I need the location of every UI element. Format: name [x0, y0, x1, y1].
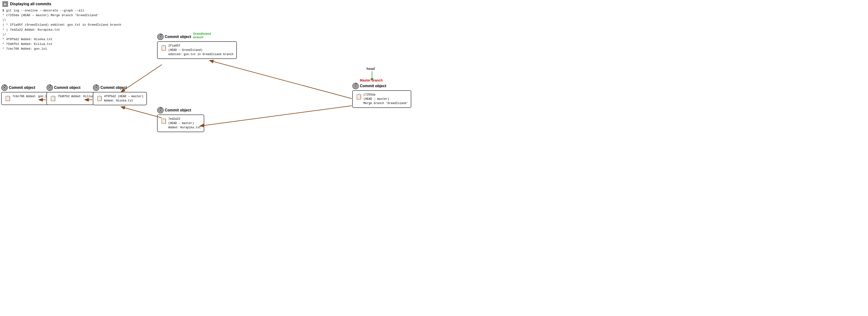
svg-point-7: [49, 87, 51, 89]
commit-hash-7ed2a22: 7ed2a22: [168, 117, 201, 121]
head-arrow-tip: [370, 78, 374, 81]
head-arrow-line: [372, 71, 372, 78]
svg-point-2: [4, 87, 5, 89]
commit-label-7ed2a22: Commit object: [157, 107, 191, 113]
clipboard-icon-7ed2a22: 📋: [160, 117, 167, 125]
terminal-line-3: * | 7ed2a22 Added: Kurapika.txt: [2, 28, 126, 32]
terminal-title: Displaying all commits: [10, 2, 51, 6]
target-icon-2f1a05f: [157, 34, 164, 40]
head-label: head: [367, 67, 375, 71]
clipboard-icon-2f1a05f: 📋: [160, 44, 167, 52]
terminal-icon: ▶: [2, 1, 8, 7]
terminal-body: $ git log --oneline --decorate --graph -…: [2, 8, 126, 51]
svg-point-27: [355, 85, 356, 87]
target-icon-c7255da: [352, 83, 359, 89]
svg-point-17: [160, 36, 161, 38]
commit-hash-c7255da: c7255da: [364, 93, 408, 97]
svg-point-22: [160, 109, 161, 111]
commit-ref-7ed2a22: (HEAD → master): [168, 121, 201, 126]
commit-ref-2f1a05f: (HEAD → GreedIsland): [168, 48, 234, 52]
commit-hash-7cbc706: 7cbc706 Added: gon.lol: [12, 95, 50, 98]
terminal-line-2: | * 2f1a05f (GreedIsland) eddited: gon.t…: [2, 23, 126, 27]
terminal-line-5: * 4f9fbd2 Added: Hisoka.txt: [2, 37, 126, 42]
terminal-line-7: * 7cbc706 Added: gon.lol: [2, 46, 126, 51]
svg-point-12: [95, 87, 97, 89]
commit-box-2f1a05f: 📋 2f1a05f (HEAD → GreedIsland) eddited: …: [157, 41, 237, 59]
terminal-header: ▶ Displaying all commits: [2, 1, 126, 7]
commit-node-7cbc706: Commit object 📋 7cbc706 Added: gon.lol: [1, 84, 53, 105]
target-icon-4f9fbd2: [93, 84, 99, 91]
terminal-line-0: * c7255da (HEAD → master) Merge branch '…: [2, 13, 126, 18]
svg-line-35: [210, 61, 352, 99]
commit-msg-4f9fbd2: Added: Hisoka.txt: [104, 99, 144, 103]
commit-label-2f1a05f: Commit object GreedIslandbranch: [157, 33, 210, 40]
target-icon: [1, 84, 8, 91]
clipboard-icon-7cbc706: 📋: [4, 95, 11, 103]
commit-node-7ed2a22: Commit object 📋 7ed2a22 (HEAD → master) …: [157, 107, 204, 132]
terminal-line-1: |\: [2, 18, 126, 23]
target-icon-7ed2a22: [157, 107, 164, 113]
head-label-area: head: [367, 67, 375, 81]
commit-text-7ed2a22: 7ed2a22 (HEAD → master) Added: Kurapika.…: [168, 117, 201, 130]
svg-line-36: [200, 106, 352, 126]
commit-node-4f9fbd2: Commit object 📋 4f9fbd2 (HEAD → master) …: [93, 84, 147, 105]
terminal-section: ▶ Displaying all commits $ git log --one…: [2, 1, 126, 51]
terminal-command: $ git log --oneline --decorate --graph -…: [2, 8, 126, 13]
commit-box-4f9fbd2: 📋 4f9fbd2 (HEAD → master) Added: Hisoka.…: [93, 92, 147, 105]
commit-text-c7255da: c7255da (HEAD → master) Merge branch 'Gr…: [364, 93, 408, 105]
commit-msg-7ed2a22: Added: Kurapika.txt: [168, 126, 201, 130]
terminal-line-4: |/: [2, 32, 126, 37]
commit-box-7ed2a22: 📋 7ed2a22 (HEAD → master) Added: Kurapik…: [157, 114, 204, 132]
commit-text-7cbc706: 7cbc706 Added: gon.lol: [12, 94, 50, 99]
commit-msg-2f1a05f: eddited: gon.txt in GreedIsland branch: [168, 52, 234, 57]
commit-label-7cbc706: Commit object: [1, 84, 35, 91]
clipboard-icon-75d6fb2: 📋: [50, 95, 56, 103]
commit-node-c7255da: head Master branch Commit object 📋 c7255…: [352, 78, 411, 108]
commit-text-2f1a05f: 2f1a05f (HEAD → GreedIsland) eddited: go…: [168, 44, 234, 57]
commit-box-7cbc706: 📋 7cbc706 Added: gon.lol: [1, 92, 53, 105]
commit-text-4f9fbd2: 4f9fbd2 (HEAD → master) Added: Hisoka.tx…: [104, 94, 144, 103]
commit-hash-2f1a05f: 2f1a05f: [168, 44, 234, 48]
clipboard-icon-4f9fbd2: 📋: [96, 95, 102, 103]
commit-hash-4f9fbd2: 4f9fbd2 (HEAD → master): [104, 94, 144, 99]
commit-node-2f1a05f: Commit object GreedIslandbranch 📋 2f1a05…: [157, 33, 237, 59]
commit-label-75d6fb2: Commit object: [46, 84, 81, 91]
commit-label-4f9fbd2: Commit object: [93, 84, 127, 91]
terminal-line-6: * 75d6fb2 Added: Killua.txt: [2, 42, 126, 46]
greedisland-branch-label: GreedIslandbranch: [193, 32, 211, 39]
clipboard-icon-c7255da: 📋: [355, 93, 362, 101]
target-icon-75d6fb2: [46, 84, 53, 91]
commit-ref-c7255da: (HEAD → master): [364, 97, 408, 101]
commit-box-c7255da: 📋 c7255da (HEAD → master) Merge branch '…: [352, 90, 411, 108]
svg-line-34: [121, 107, 162, 118]
commit-label-c7255da: Commit object: [352, 83, 386, 89]
commit-msg-c7255da: Merge branch 'GreedIsland': [364, 101, 408, 105]
